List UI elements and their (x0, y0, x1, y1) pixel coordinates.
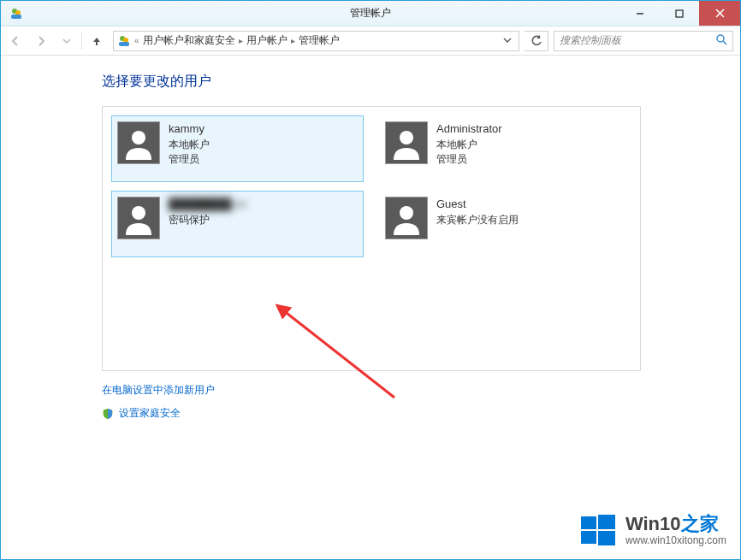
user-grid: kammy本地帐户管理员Administrator本地帐户管理员████████… (111, 115, 631, 257)
user-name: Administrator (436, 121, 502, 137)
up-button[interactable] (84, 29, 110, 53)
breadcrumb-item-2[interactable]: 用户帐户 (246, 33, 288, 48)
app-icon (9, 7, 23, 21)
watermark-url: www.win10xitong.com (625, 535, 726, 546)
user-card[interactable]: ████████.cn密码保护 (111, 191, 364, 257)
maximize-icon (675, 9, 684, 18)
up-icon (91, 35, 103, 47)
windows-logo-icon (579, 511, 617, 549)
user-line3: 管理员 (436, 152, 502, 166)
breadcrumb-chevron-icon: ▸ (291, 36, 295, 45)
forward-icon (34, 34, 48, 48)
svg-line-11 (723, 41, 726, 44)
svg-rect-20 (598, 531, 615, 545)
back-icon (9, 34, 22, 48)
links-section: 在电脑设置中添加新用户 设置家庭安全 (102, 383, 716, 421)
shield-icon (102, 408, 114, 420)
chevron-down-icon (503, 36, 512, 44)
breadcrumb-item-3[interactable]: 管理帐户 (299, 33, 340, 48)
user-meta: Guest来宾帐户没有启用 (436, 197, 519, 227)
search-icon[interactable] (715, 33, 727, 48)
user-meta: Administrator本地帐户管理员 (436, 121, 502, 166)
chevron-down-icon (62, 37, 71, 45)
back-button[interactable] (3, 29, 28, 53)
minimize-icon (636, 9, 644, 18)
avatar (385, 197, 428, 239)
watermark-title: Win10之家 (625, 514, 719, 534)
add-user-link[interactable]: 在电脑设置中添加新用户 (102, 383, 716, 398)
user-line2: 密码保护 (169, 213, 246, 227)
user-line2: 本地帐户 (169, 138, 210, 151)
content-area: 选择要更改的用户 kammy本地帐户管理员Administrator本地帐户管理… (1, 56, 740, 559)
forward-button[interactable] (28, 29, 54, 53)
user-line3: 管理员 (169, 152, 210, 166)
user-card[interactable]: Administrator本地帐户管理员 (379, 115, 631, 182)
breadcrumb-sep: « (134, 36, 139, 45)
add-user-label: 在电脑设置中添加新用户 (102, 383, 215, 398)
breadcrumb-chevron-icon: ▸ (239, 36, 243, 45)
close-icon (715, 9, 725, 18)
titlebar: 管理帐户 (1, 1, 740, 27)
svg-point-14 (132, 206, 145, 220)
user-name: ████████.cn (169, 197, 246, 212)
svg-point-10 (717, 35, 724, 42)
avatar (385, 121, 428, 164)
search-placeholder: 搜索控制面板 (560, 33, 621, 48)
svg-point-15 (400, 206, 413, 220)
recent-button[interactable] (54, 29, 80, 53)
avatar (117, 197, 160, 239)
svg-rect-4 (676, 10, 683, 17)
window-title: 管理帐户 (350, 6, 391, 21)
user-meta: kammy本地帐户管理员 (169, 121, 210, 166)
svg-point-12 (132, 131, 145, 144)
window-frame: 管理帐户 (0, 0, 741, 560)
minimize-button[interactable] (620, 1, 660, 26)
user-list-box: kammy本地帐户管理员Administrator本地帐户管理员████████… (102, 106, 641, 371)
window-controls (620, 1, 740, 26)
svg-rect-2 (11, 15, 21, 19)
user-card[interactable]: Guest来宾帐户没有启用 (379, 191, 631, 257)
user-line2: 本地帐户 (436, 138, 502, 151)
page-title: 选择要更改的用户 (102, 73, 716, 91)
svg-rect-19 (581, 531, 596, 544)
family-safety-link[interactable]: 设置家庭安全 (102, 406, 716, 421)
users-icon (117, 34, 131, 48)
family-safety-label: 设置家庭安全 (119, 406, 181, 421)
refresh-icon (531, 35, 542, 47)
refresh-button[interactable] (525, 31, 548, 51)
svg-point-13 (400, 131, 413, 144)
svg-rect-17 (581, 516, 596, 529)
user-name: kammy (169, 121, 210, 137)
user-card[interactable]: kammy本地帐户管理员 (111, 115, 364, 182)
user-meta: ████████.cn密码保护 (169, 197, 246, 227)
breadcrumb[interactable]: « 用户帐户和家庭安全 ▸ 用户帐户 ▸ 管理帐户 (113, 31, 519, 51)
breadcrumb-item-1[interactable]: 用户帐户和家庭安全 (143, 33, 235, 48)
watermark: Win10之家 www.win10xitong.com (579, 511, 726, 549)
close-button[interactable] (699, 1, 740, 26)
svg-rect-9 (119, 42, 129, 46)
divider (81, 32, 82, 50)
user-name: Guest (436, 197, 519, 212)
user-line2: 来宾帐户没有启用 (436, 213, 519, 227)
navbar: « 用户帐户和家庭安全 ▸ 用户帐户 ▸ 管理帐户 搜索控制面板 (1, 27, 740, 56)
svg-rect-18 (598, 515, 615, 529)
avatar (117, 121, 160, 164)
breadcrumb-dropdown[interactable] (500, 35, 515, 47)
maximize-button[interactable] (660, 1, 699, 26)
search-input[interactable]: 搜索控制面板 (554, 31, 733, 51)
